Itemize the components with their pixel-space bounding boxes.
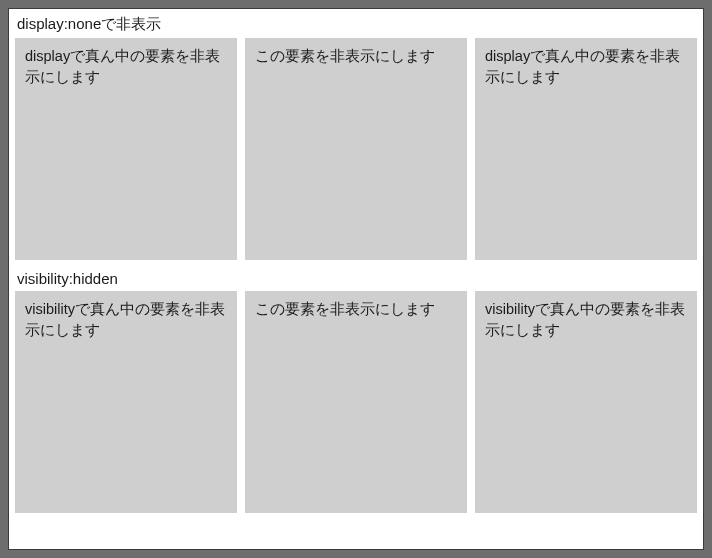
- box-visibility-middle: この要素を非表示にします: [245, 291, 467, 513]
- box-display-middle: この要素を非表示にします: [245, 38, 467, 260]
- page-container: display:noneで非表示 displayで真ん中の要素を非表示にします …: [8, 8, 704, 550]
- box-display-right: displayで真ん中の要素を非表示にします: [475, 38, 697, 260]
- section-heading-visibility-hidden: visibility:hidden: [17, 270, 697, 287]
- row-visibility-hidden: visibilityで真ん中の要素を非表示にします この要素を非表示にします v…: [15, 291, 697, 513]
- box-visibility-left: visibilityで真ん中の要素を非表示にします: [15, 291, 237, 513]
- box-visibility-right: visibilityで真ん中の要素を非表示にします: [475, 291, 697, 513]
- row-display-none: displayで真ん中の要素を非表示にします この要素を非表示にします disp…: [15, 38, 697, 260]
- box-display-left: displayで真ん中の要素を非表示にします: [15, 38, 237, 260]
- section-heading-display-none: display:noneで非表示: [17, 15, 697, 34]
